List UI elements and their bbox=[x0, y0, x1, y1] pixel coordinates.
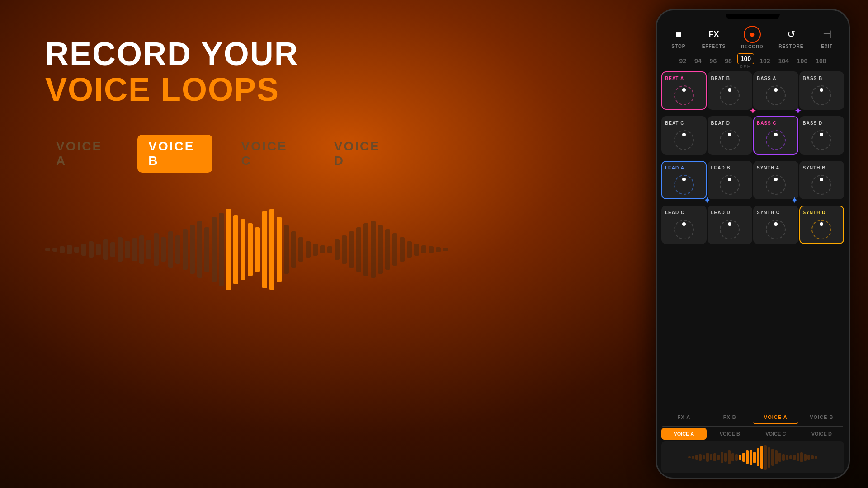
pad-synth-d-knob[interactable] bbox=[811, 220, 831, 239]
phone-wave-bar bbox=[757, 448, 760, 466]
wave-bar bbox=[327, 246, 332, 253]
pad-beat-c-knob[interactable] bbox=[674, 130, 694, 150]
phone-wave-bar bbox=[782, 454, 785, 461]
connector-row3-left: ✦ bbox=[703, 195, 711, 206]
bpm-108[interactable]: 108 bbox=[813, 56, 829, 66]
bpm-92[interactable]: 92 bbox=[676, 56, 689, 66]
bpm-98[interactable]: 98 bbox=[722, 56, 735, 66]
tab-voice-a[interactable]: VOICE A bbox=[753, 411, 798, 424]
phone-wave-bar bbox=[793, 455, 796, 460]
wave-bar bbox=[269, 209, 274, 290]
tab-fx-b[interactable]: FX B bbox=[708, 411, 753, 424]
pad-bass-a[interactable]: BASS A bbox=[753, 71, 798, 110]
tab-voice-b[interactable]: VOICE B bbox=[799, 411, 844, 424]
stop-icon: ■ bbox=[670, 26, 687, 42]
bottom-tabs: FX A FX B VOICE A VOICE B bbox=[660, 409, 845, 425]
pad-beat-a-knob[interactable] bbox=[674, 85, 694, 105]
pad-synth-b[interactable]: SYNTH B bbox=[799, 161, 844, 199]
pad-bass-d[interactable]: BASS D bbox=[799, 116, 844, 155]
pad-beat-c[interactable]: BEAT C bbox=[661, 116, 707, 155]
exit-label: EXIT bbox=[821, 44, 833, 49]
effects-button[interactable]: FX EFFECTS bbox=[702, 26, 726, 49]
pad-beat-b[interactable]: BEAT B bbox=[708, 71, 753, 110]
exit-button[interactable]: ⊣ EXIT bbox=[819, 26, 835, 49]
pad-beat-b-knob[interactable] bbox=[720, 85, 740, 105]
bpm-96[interactable]: 96 bbox=[707, 56, 720, 66]
pad-bass-b[interactable]: BASS B bbox=[799, 71, 844, 110]
connector-row1-right: ✦ bbox=[794, 105, 802, 116]
wave-bar bbox=[371, 221, 376, 278]
connector-row1-left: ✦ bbox=[749, 105, 757, 116]
pad-lead-c[interactable]: LEAD C bbox=[661, 206, 707, 244]
record-button[interactable]: ● RECORD bbox=[741, 26, 763, 49]
restore-button[interactable]: ↺ RESTORE bbox=[778, 26, 803, 49]
bpm-106[interactable]: 106 bbox=[794, 56, 810, 66]
pad-synth-d-label: SYNTH D bbox=[803, 210, 826, 215]
wave-bar bbox=[349, 231, 354, 268]
bpm-94[interactable]: 94 bbox=[692, 56, 704, 66]
pad-lead-a-knob[interactable] bbox=[674, 175, 694, 195]
pad-bass-c-label: BASS C bbox=[757, 121, 777, 126]
pad-lead-b[interactable]: LEAD B bbox=[708, 161, 753, 199]
pad-synth-b-knob[interactable] bbox=[811, 175, 831, 195]
bpm-102[interactable]: 102 bbox=[757, 56, 773, 66]
pads-row-4: LEAD C LEAD D SYNTH C SYNTH D bbox=[661, 206, 844, 244]
pad-beat-d[interactable]: BEAT D bbox=[708, 116, 753, 155]
pad-beat-d-label: BEAT D bbox=[711, 121, 730, 126]
pad-bass-c-knob[interactable] bbox=[766, 130, 786, 150]
wave-bar bbox=[52, 248, 57, 252]
pads-row-1: BEAT A BEAT B BASS A BASS B ✦ ✦ bbox=[661, 71, 844, 110]
pad-beat-d-knob[interactable] bbox=[720, 130, 740, 150]
wave-bar bbox=[89, 241, 94, 258]
voice-tab-c[interactable]: VOICE C bbox=[231, 135, 305, 173]
pad-lead-d-knob[interactable] bbox=[720, 220, 740, 239]
pad-bass-b-knob[interactable] bbox=[811, 85, 831, 105]
phone-voice-tab-a[interactable]: VOICE A bbox=[661, 428, 707, 440]
wave-bar bbox=[183, 229, 188, 270]
wave-bar bbox=[429, 246, 434, 253]
tab-fx-a[interactable]: FX A bbox=[661, 411, 707, 424]
phone-voice-tab-b[interactable]: VOICE B bbox=[708, 428, 753, 440]
pad-synth-d[interactable]: SYNTH D bbox=[799, 206, 844, 244]
pad-lead-b-knob[interactable] bbox=[720, 175, 740, 195]
pad-bass-d-knob[interactable] bbox=[811, 130, 831, 150]
pad-bass-a-knob[interactable] bbox=[766, 85, 786, 105]
phone-wave-bar bbox=[735, 454, 738, 461]
phone-voice-tab-d[interactable]: VOICE D bbox=[799, 428, 844, 440]
wave-bar bbox=[392, 233, 397, 266]
pad-synth-c-knob[interactable] bbox=[766, 220, 786, 239]
pad-bass-b-label: BASS B bbox=[803, 76, 823, 81]
pad-lead-c-knob[interactable] bbox=[674, 220, 694, 239]
wave-bar bbox=[313, 244, 318, 256]
pad-beat-a-label: BEAT A bbox=[665, 76, 684, 81]
wave-bar bbox=[356, 227, 361, 272]
wave-bar bbox=[197, 221, 202, 278]
pad-beat-a[interactable]: BEAT A bbox=[661, 71, 707, 110]
voice-tabs-phone: VOICE A VOICE B VOICE C VOICE D bbox=[660, 427, 845, 441]
phone-wave-bar bbox=[778, 453, 781, 462]
pad-synth-a[interactable]: SYNTH A bbox=[753, 161, 798, 199]
phone-voice-tab-c[interactable]: VOICE C bbox=[753, 428, 798, 440]
pad-bass-c[interactable]: BASS C bbox=[753, 116, 798, 155]
pad-lead-d[interactable]: LEAD D bbox=[708, 206, 753, 244]
phone-wave-bar bbox=[811, 455, 814, 459]
voice-tab-d[interactable]: VOICE D bbox=[323, 135, 398, 173]
voice-tab-a[interactable]: VOICE A bbox=[45, 135, 119, 173]
pad-lead-a-label: LEAD A bbox=[665, 165, 684, 170]
pad-lead-a[interactable]: LEAD A bbox=[661, 161, 707, 199]
pad-synth-c[interactable]: SYNTH C bbox=[753, 206, 798, 244]
pad-synth-a-knob[interactable] bbox=[766, 175, 786, 195]
wave-bar bbox=[421, 245, 426, 253]
bpm-100[interactable]: 100 bbox=[737, 53, 754, 64]
wave-bar bbox=[443, 248, 448, 251]
phone-wave-bar bbox=[760, 446, 763, 469]
wave-bar bbox=[385, 229, 390, 270]
wave-bar bbox=[67, 245, 72, 255]
voice-tab-b[interactable]: VOICE B bbox=[137, 135, 212, 173]
stop-button[interactable]: ■ STOP bbox=[670, 26, 687, 49]
phone-wave-bar bbox=[742, 453, 745, 462]
wave-bar bbox=[118, 237, 123, 262]
phone-wave-bar bbox=[739, 455, 741, 460]
bpm-104[interactable]: 104 bbox=[775, 56, 791, 66]
wave-bar bbox=[400, 237, 405, 262]
